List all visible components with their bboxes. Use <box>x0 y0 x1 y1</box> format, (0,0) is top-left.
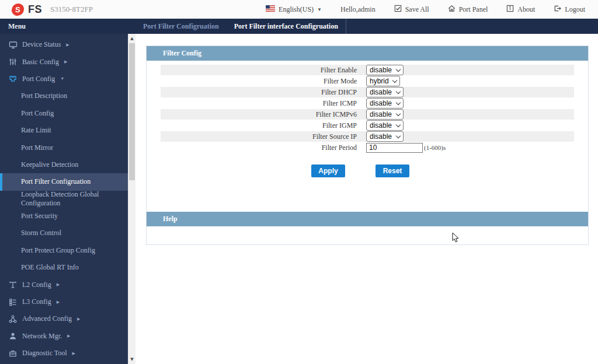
filter-period-input[interactable] <box>366 143 423 153</box>
sidebar-item-l2-config[interactable]: L2 Config▶ <box>0 276 128 293</box>
filter-dhcp-select[interactable]: disable <box>366 87 404 97</box>
scroll-up-icon[interactable]: ▲ <box>128 34 135 43</box>
l3-icon <box>8 298 18 306</box>
sidebar-item-diagnostic-tool[interactable]: Diagnostic Tool▶ <box>0 345 128 362</box>
sidebar-item-label: Loopback Detection Global Configuration <box>21 190 128 208</box>
sidebar-item-advanced-config[interactable]: Advanced Config▶ <box>0 310 128 327</box>
sidebar-item-label: Port Security <box>21 212 58 220</box>
sidebar-item-port-description[interactable]: Port Description <box>0 88 128 104</box>
toolbox-icon <box>8 349 18 358</box>
sidebar-item-rate-limit[interactable]: Rate Limit <box>0 122 128 139</box>
save-all-icon <box>394 5 402 15</box>
menu-title: Menu <box>8 22 26 31</box>
filter-source-ip-select[interactable]: disable <box>366 131 404 142</box>
filter-icmpv6-select[interactable]: disable <box>366 109 404 120</box>
language-selector[interactable]: English(US) ▼ <box>266 5 322 14</box>
filter-dhcp-select-wrap: disable <box>366 87 404 97</box>
field-label-filter-enable: Filter Enable <box>161 66 366 75</box>
port-panel-icon <box>448 5 456 15</box>
greeting: Hello,admin <box>340 5 376 14</box>
sidebar-item-label: POE Global RT Info <box>21 263 79 272</box>
tab-port-filter-interface-configruation[interactable]: Port Filter interface Configruation <box>227 19 346 34</box>
filter-enable-select[interactable]: disable <box>366 65 404 75</box>
sidebar-item-port-security[interactable]: Port Security <box>0 208 128 225</box>
chevron-right-icon: ▶ <box>57 300 60 304</box>
form-row-filter-igmp: Filter IGMPdisable <box>161 120 574 131</box>
filter-mode-select[interactable]: hybrid <box>366 76 400 86</box>
sidebar-item-device-status[interactable]: Device Status▶ <box>0 36 128 53</box>
save-all-button[interactable]: Save All <box>394 5 429 15</box>
sidebar-item-label: L3 Config <box>22 298 51 306</box>
filter-mode-select-wrap: hybrid <box>366 76 400 86</box>
language-label: English(US) <box>279 5 314 14</box>
sidebar-item-label: Storm Control <box>21 229 61 237</box>
form-row-filter-period: Filter Period(1-600)s <box>161 142 574 153</box>
sidebar-item-poe-global-rt-info[interactable]: POE Global RT Info <box>0 259 128 276</box>
field-label-filter-icmp: Filter ICMP <box>161 99 366 108</box>
greeting-label: Hello,admin <box>340 5 376 14</box>
us-flag-icon <box>266 5 275 14</box>
form-row-filter-mode: Filter Modehybrid <box>161 76 574 86</box>
sidebar-item-loopback-detection-global-configuration[interactable]: Loopback Detection Global Configuration <box>0 191 128 208</box>
device-model: S3150-8T2FP <box>50 5 93 14</box>
apply-button[interactable]: Apply <box>311 164 345 177</box>
filter-icmp-select-wrap: disable <box>366 98 404 108</box>
tab-bar: Port Filter Configruation Port Filter in… <box>135 19 346 34</box>
sidebar-scrollbar[interactable]: ▲ ▼ <box>128 34 135 364</box>
filter-icmp-select[interactable]: disable <box>366 98 404 108</box>
chevron-right-icon: ▶ <box>67 334 70 338</box>
main-content: Filter Config Filter EnabledisableFilter… <box>135 34 598 364</box>
chevron-right-icon: ▶ <box>72 351 75 356</box>
filter-config-header: Filter Config <box>147 46 588 61</box>
sidebar-item-label: Port Config <box>21 109 54 118</box>
sidebar-item-port-protect-group-config[interactable]: Port Protect Group Config <box>0 242 128 259</box>
sidebar-items: Device Status▶Basic Config▶Port Config▼P… <box>0 34 135 362</box>
sidebar-item-network-mgr[interactable]: Network Mgr.▶ <box>0 328 128 345</box>
help-header: Help <box>147 212 588 226</box>
sidebar-item-storm-control[interactable]: Storm Control <box>0 225 128 242</box>
filter-config-rows: Filter EnabledisableFilter ModehybridFil… <box>147 61 588 153</box>
chevron-down-icon: ▼ <box>60 76 64 81</box>
scroll-down-icon[interactable]: ▼ <box>128 355 135 363</box>
sidebar-item-basic-config[interactable]: Basic Config▶ <box>0 53 128 70</box>
about-icon <box>506 5 514 15</box>
fs-logo-icon: S <box>11 4 24 16</box>
sidebar-item-port-config[interactable]: Port Config▼ <box>0 71 128 88</box>
sidebar-item-keepalive-detection[interactable]: Keepalive Detection <box>0 156 128 173</box>
sidebar-item-label: Port Mirror <box>21 144 53 152</box>
reset-button[interactable]: Reset <box>376 164 409 177</box>
chevron-right-icon: ▶ <box>77 317 80 321</box>
form-buttons: Apply Reset <box>146 164 581 177</box>
sidebar-item-port-config-sub[interactable]: Port Config <box>0 105 128 122</box>
form-row-filter-icmp: Filter ICMPdisable <box>161 98 574 108</box>
monitor-icon <box>8 40 18 49</box>
sidebar-item-label: Advanced Config <box>22 314 72 323</box>
sidebar-item-label: Diagnostic Tool <box>22 349 67 358</box>
filter-igmp-select-wrap: disable <box>366 120 404 131</box>
top-header: S FS S3150-8T2FP English(US) ▼ Hello,adm… <box>0 0 598 19</box>
chevron-right-icon: ▶ <box>64 60 67 64</box>
sidebar-item-label: Port Filter Configruation <box>21 177 91 186</box>
logout-button[interactable]: Logout <box>554 5 585 15</box>
sidebar-item-label: Port Config <box>22 75 55 83</box>
sidebar-item-label: Port Description <box>21 92 67 100</box>
sidebar-item-port-mirror[interactable]: Port Mirror <box>0 139 128 156</box>
filter-period-range-hint: (1-600)s <box>424 144 446 151</box>
sidebar-item-l3-config[interactable]: L3 Config▶ <box>0 293 128 310</box>
tab-port-filter-configruation[interactable]: Port Filter Configruation <box>135 19 227 34</box>
person-icon <box>8 332 18 341</box>
sidebar-item-port-filter-configruation[interactable]: Port Filter Configruation <box>0 173 128 190</box>
filter-igmp-select[interactable]: disable <box>366 120 404 131</box>
logout-icon <box>554 5 561 15</box>
sidebar-item-label: Network Mgr. <box>22 332 62 341</box>
chevron-right-icon: ▶ <box>66 43 69 47</box>
filter-icmpv6-select-wrap: disable <box>366 109 404 120</box>
scrollbar-thumb[interactable] <box>129 43 135 180</box>
save-all-label: Save All <box>405 5 429 14</box>
form-row-filter-source-ip: Filter Source IPdisable <box>161 131 574 142</box>
sliders-icon <box>8 58 18 66</box>
port-panel-button[interactable]: Port Panel <box>448 5 488 15</box>
about-button[interactable]: About <box>506 5 535 15</box>
port-panel-label: Port Panel <box>459 5 488 14</box>
field-label-filter-icmpv6: Filter ICMPv6 <box>161 110 366 119</box>
